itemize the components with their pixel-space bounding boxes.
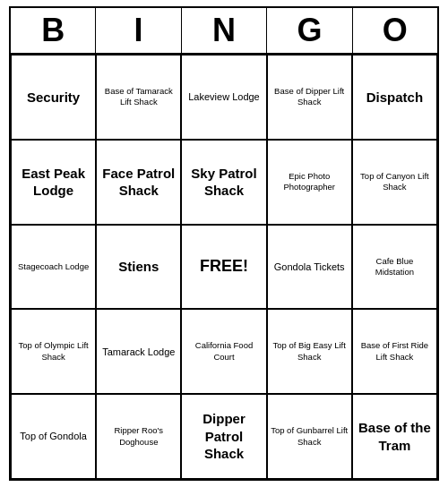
bingo-letter-g: G (267, 8, 352, 53)
bingo-cell-20: Top of Gondola (11, 394, 96, 479)
bingo-cell-3: Base of Dipper Lift Shack (267, 55, 352, 140)
bingo-letter-n: N (182, 8, 267, 53)
bingo-cell-5: East Peak Lodge (11, 140, 96, 225)
bingo-cell-21: Ripper Roo's Doghouse (96, 394, 181, 479)
bingo-cell-18: Top of Big Easy Lift Shack (267, 309, 352, 394)
bingo-cell-4: Dispatch (352, 55, 437, 140)
bingo-cell-19: Base of First Ride Lift Shack (352, 309, 437, 394)
bingo-cell-24: Base of the Tram (352, 394, 437, 479)
bingo-cell-11: Stiens (96, 225, 181, 310)
bingo-cell-0: Security (11, 55, 96, 140)
bingo-cell-12: FREE! (181, 225, 266, 310)
bingo-cell-8: Epic Photo Photographer (267, 140, 352, 225)
bingo-grid: SecurityBase of Tamarack Lift ShackLakev… (11, 55, 437, 479)
bingo-cell-10: Stagecoach Lodge (11, 225, 96, 310)
bingo-letter-b: B (11, 8, 96, 53)
bingo-cell-23: Top of Gunbarrel Lift Shack (267, 394, 352, 479)
bingo-cell-7: Sky Patrol Shack (181, 140, 266, 225)
bingo-cell-13: Gondola Tickets (267, 225, 352, 310)
bingo-cell-2: Lakeview Lodge (181, 55, 266, 140)
bingo-card: BINGO SecurityBase of Tamarack Lift Shac… (9, 6, 439, 481)
bingo-cell-17: California Food Court (181, 309, 266, 394)
bingo-cell-16: Tamarack Lodge (96, 309, 181, 394)
bingo-letter-o: O (353, 8, 437, 53)
bingo-cell-14: Cafe Blue Midstation (352, 225, 437, 310)
bingo-header: BINGO (11, 8, 437, 55)
bingo-cell-6: Face Patrol Shack (96, 140, 181, 225)
bingo-cell-22: Dipper Patrol Shack (181, 394, 266, 479)
bingo-letter-i: I (96, 8, 181, 53)
bingo-cell-15: Top of Olympic Lift Shack (11, 309, 96, 394)
bingo-cell-1: Base of Tamarack Lift Shack (96, 55, 181, 140)
bingo-cell-9: Top of Canyon Lift Shack (352, 140, 437, 225)
